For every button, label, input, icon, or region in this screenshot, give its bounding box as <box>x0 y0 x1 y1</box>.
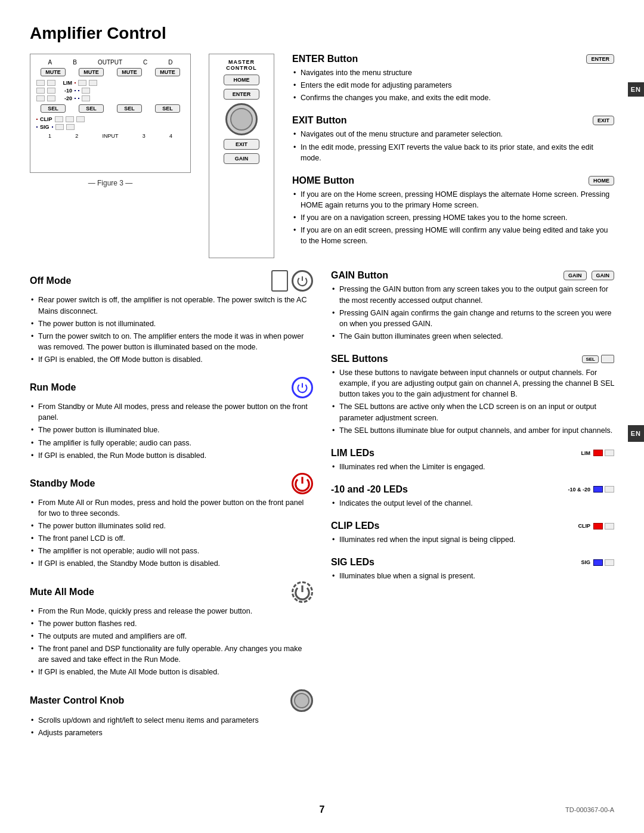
clip-led-empty3 <box>76 116 85 122</box>
mute-btn-a[interactable]: MUTE <box>41 68 66 76</box>
standby-bullet-5: If GPI is enabled, the Standby Mode butt… <box>30 558 313 569</box>
exit-button-panel[interactable]: EXIT <box>224 139 259 150</box>
figure-caption: — Figure 3 — <box>30 179 191 187</box>
mute-btn-c[interactable]: MUTE <box>117 68 142 76</box>
standby-mode-title: Standby Mode <box>30 478 95 489</box>
standby-mode-icon <box>292 473 313 494</box>
home-button-panel[interactable]: HOME <box>224 75 259 85</box>
gain-bullet-3: The Gain button illuminates green when s… <box>331 331 614 342</box>
gain-icon-1[interactable]: GAIN <box>564 271 587 280</box>
run-mode-icon <box>292 377 313 398</box>
lim-label: LIM <box>58 80 72 86</box>
master-control-panel: MASTER CONTROL HOME ENTER EXIT GAIN <box>209 54 274 258</box>
master-control-knob-section: Master Control Knob Scrolls up/down and … <box>30 689 313 738</box>
panel-diagram: A B OUTPUT C D MUTE MUTE MUTE MUTE LIM <box>30 54 191 173</box>
standby-bullet-2: The power button illuminates solid red. <box>30 521 313 531</box>
exit-button-section: EXIT Button EXIT Navigates out of the me… <box>292 115 614 163</box>
mute-all-bullet-5: If GPI is enabled, the Mute All Mode but… <box>30 667 313 677</box>
mute-all-bullet-2: The power button flashes red. <box>30 618 313 629</box>
exit-button-title: EXIT Button <box>292 115 347 126</box>
sel-icon-2 <box>601 355 614 363</box>
mute-all-mode-section: Mute All Mode From the Run Mode, quickly… <box>30 581 313 678</box>
mute-btn-d[interactable]: MUTE <box>155 68 180 76</box>
lim-bullet-1: Illuminates red when the Limiter is enga… <box>331 462 614 472</box>
clip-led-indicator: CLIP <box>578 523 614 529</box>
home-button-section: HOME Button HOME If you are on the Home … <box>292 175 614 247</box>
neg10-label: -10 <box>58 88 72 94</box>
off-bullet-1: Rear power switch is off, the amplifier … <box>30 295 313 316</box>
page-title: Amplifier Control <box>30 24 614 43</box>
neg-led-empty <box>605 486 614 493</box>
sig-bullet-1: Illuminates blue when a signal is presen… <box>331 571 614 581</box>
lim-led-indicator: LIM <box>581 450 615 456</box>
input-label-1: 1 <box>48 133 51 139</box>
sig-label: SIG <box>40 124 49 130</box>
neg-leds-title: -10 and -20 LEDs <box>331 484 408 495</box>
led-empty-1b <box>47 80 55 86</box>
gain-bullet-2: Pressing GAIN again confirms the gain ch… <box>331 308 614 329</box>
master-knob-bullet-1: Scrolls up/down and right/left to select… <box>30 715 313 726</box>
sig-led-empty <box>55 124 64 130</box>
sel-btn-2[interactable]: SEL <box>79 104 104 113</box>
lim-led-red <box>593 450 603 456</box>
sel-btn-4[interactable]: SEL <box>155 104 180 113</box>
mute-btn-b[interactable]: MUTE <box>79 68 104 76</box>
off-mode-icons <box>271 270 313 292</box>
standby-mode-section: Standby Mode From Mute All or Run modes,… <box>30 473 313 569</box>
gain-icon-2[interactable]: GAIN <box>592 271 615 280</box>
master-knob-bullet-2: Adjusts parameters <box>30 727 313 738</box>
sig-led-indicator: SIG <box>581 559 614 566</box>
enter-button-title: ENTER Button <box>292 54 358 64</box>
exit-button-icon[interactable]: EXIT <box>593 116 614 125</box>
sig-led-blue-ind <box>593 559 603 566</box>
panel-label-a: A <box>48 59 52 66</box>
enter-bullet-3: Confirms the changes you make, and exits… <box>292 92 614 103</box>
sel-btn-1[interactable]: SEL <box>41 104 66 113</box>
home-button-title: HOME Button <box>292 175 354 186</box>
sel-bullet-3: The SEL buttons illuminate blue for outp… <box>331 425 614 436</box>
enter-button-icon[interactable]: ENTER <box>586 54 614 64</box>
led-empty-2c <box>82 88 90 94</box>
doc-number: TD-000367-00-A <box>565 806 614 813</box>
mute-all-title: Mute All Mode <box>30 587 94 597</box>
clip-led-red-ind <box>593 523 603 529</box>
off-mode-title: Off Mode <box>30 275 71 286</box>
clip-led-red <box>36 119 38 120</box>
panel-label-d: D <box>168 59 172 66</box>
sig-leds-section: SIG LEDs SIG Illuminates blue when a sig… <box>331 557 614 581</box>
enter-bullet-1: Navigates into the menu structure <box>292 67 614 78</box>
led-neg20-blue2 <box>78 98 79 99</box>
gain-button-title: GAIN Button <box>331 270 388 281</box>
footer: 7 TD-000367-00-A <box>0 804 644 815</box>
lim-led-empty <box>605 450 614 456</box>
enter-button-panel[interactable]: ENTER <box>224 89 259 100</box>
page-number: 7 <box>320 804 325 815</box>
run-mode-section: Run Mode From Standby or Mute All modes,… <box>30 377 313 461</box>
clip-leds-title: CLIP LEDs <box>331 521 380 531</box>
neg-led-blue <box>593 486 603 493</box>
mute-all-icon <box>292 581 313 603</box>
sel-icon-1[interactable]: SEL <box>582 355 599 363</box>
led-lim-red <box>75 82 76 83</box>
gain-bullet-1: Pressing the GAIN button from any screen… <box>331 284 614 305</box>
en-badge: EN <box>628 82 644 97</box>
enter-bullet-2: Enters the edit mode for adjusting param… <box>292 80 614 91</box>
sel-bullet-1: Use these buttons to navigate between in… <box>331 367 614 400</box>
input-label-4: 4 <box>169 133 172 139</box>
panel-label-c: C <box>143 59 147 66</box>
home-button-icon[interactable]: HOME <box>589 176 614 185</box>
master-knob[interactable] <box>225 103 258 135</box>
clip-led-empty-ind <box>605 523 614 529</box>
en-badge-right: EN <box>628 425 644 442</box>
run-bullet-4: If GPI is enabled, the Run Mode button i… <box>30 450 313 461</box>
run-bullet-3: The amplifier is fully operable; audio c… <box>30 438 313 448</box>
enter-button-section: ENTER Button ENTER Navigates into the me… <box>292 54 614 103</box>
sig-led-empty2 <box>66 124 75 130</box>
neg10-neg20-leds-section: -10 and -20 LEDs -10 & -20 Indicates the… <box>331 484 614 509</box>
sel-buttons-section: SEL Buttons SEL Use these buttons to nav… <box>331 354 614 436</box>
gain-button-panel[interactable]: GAIN <box>224 153 259 164</box>
led-empty-1a <box>36 80 45 86</box>
sel-btn-3[interactable]: SEL <box>117 104 142 113</box>
clip-bullet-1: Illuminates red when the input signal is… <box>331 534 614 545</box>
home-bullet-1: If you are on the Home screen, pressing … <box>292 189 614 210</box>
